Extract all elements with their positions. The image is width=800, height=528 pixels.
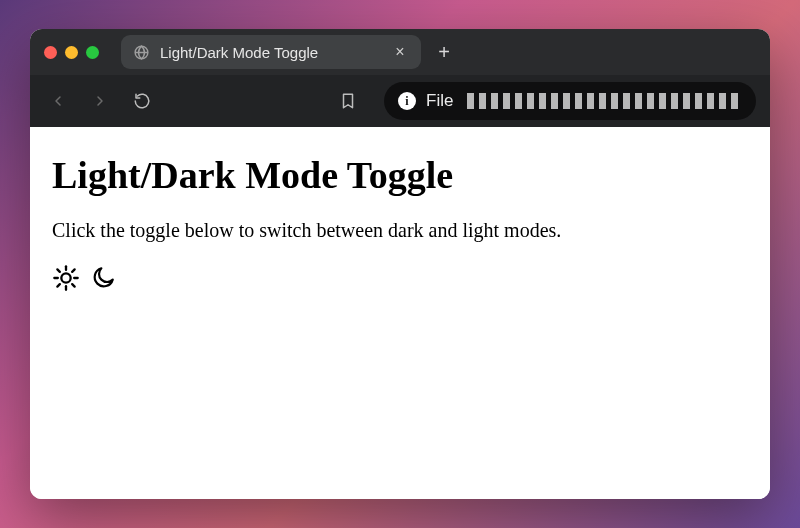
- window-controls: [44, 46, 99, 59]
- back-button[interactable]: [44, 87, 72, 115]
- address-path-obscured: [467, 93, 742, 109]
- tab-close-button[interactable]: ×: [391, 43, 409, 61]
- toolbar: i File: [30, 75, 770, 127]
- svg-line-8: [57, 284, 59, 286]
- moon-icon: [90, 265, 116, 291]
- bookmark-button[interactable]: [334, 87, 362, 115]
- info-icon: i: [398, 92, 416, 110]
- browser-window: Light/Dark Mode Toggle × + i File: [30, 29, 770, 499]
- page-content: Light/Dark Mode Toggle Click the toggle …: [30, 127, 770, 499]
- forward-button[interactable]: [86, 87, 114, 115]
- address-scheme-label: File: [426, 91, 453, 111]
- page-heading: Light/Dark Mode Toggle: [52, 153, 748, 197]
- mode-toggle[interactable]: [52, 264, 748, 292]
- svg-line-6: [57, 269, 59, 271]
- reload-button[interactable]: [128, 87, 156, 115]
- new-tab-button[interactable]: +: [431, 41, 457, 64]
- window-close-button[interactable]: [44, 46, 57, 59]
- window-minimize-button[interactable]: [65, 46, 78, 59]
- window-maximize-button[interactable]: [86, 46, 99, 59]
- sun-icon: [52, 264, 80, 292]
- svg-line-9: [72, 269, 74, 271]
- address-bar[interactable]: i File: [384, 82, 756, 120]
- page-description: Click the toggle below to switch between…: [52, 219, 748, 242]
- globe-icon: [133, 44, 150, 61]
- browser-tab[interactable]: Light/Dark Mode Toggle ×: [121, 35, 421, 69]
- svg-point-1: [61, 273, 70, 282]
- titlebar: Light/Dark Mode Toggle × +: [30, 29, 770, 75]
- svg-line-7: [72, 284, 74, 286]
- tab-title: Light/Dark Mode Toggle: [160, 44, 381, 61]
